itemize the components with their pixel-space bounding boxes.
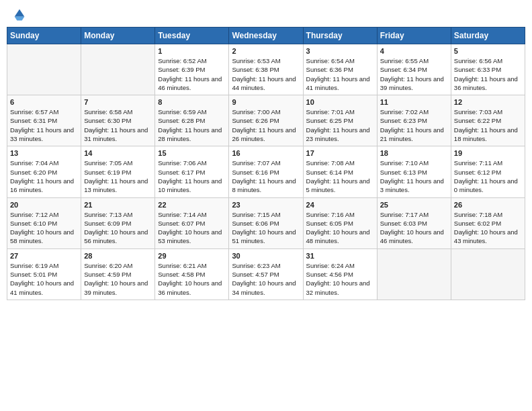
cell-content: Sunrise: 6:19 AM Sunset: 5:01 PM Dayligh… — [10, 261, 78, 297]
calendar-cell: 16Sunrise: 7:07 AM Sunset: 6:16 PM Dayli… — [229, 146, 303, 197]
cell-content: Sunrise: 7:10 AM Sunset: 6:13 PM Dayligh… — [380, 158, 448, 194]
calendar-cell — [451, 248, 525, 300]
calendar-cell: 15Sunrise: 7:06 AM Sunset: 6:17 PM Dayli… — [155, 146, 229, 197]
calendar-cell: 31Sunrise: 6:24 AM Sunset: 4:56 PM Dayli… — [303, 248, 377, 300]
day-number: 28 — [84, 252, 152, 260]
cell-content: Sunrise: 6:59 AM Sunset: 6:28 PM Dayligh… — [158, 107, 226, 143]
calendar-cell: 24Sunrise: 7:16 AM Sunset: 6:05 PM Dayli… — [303, 197, 377, 248]
calendar-cell: 27Sunrise: 6:19 AM Sunset: 5:01 PM Dayli… — [7, 248, 81, 300]
day-number: 8 — [158, 98, 226, 106]
cell-content: Sunrise: 7:00 AM Sunset: 6:26 PM Dayligh… — [232, 107, 300, 143]
cell-content: Sunrise: 6:53 AM Sunset: 6:38 PM Dayligh… — [232, 56, 300, 92]
cell-content: Sunrise: 7:08 AM Sunset: 6:14 PM Dayligh… — [306, 158, 374, 194]
day-number: 20 — [10, 201, 78, 209]
day-header-friday: Friday — [377, 28, 451, 44]
cell-content: Sunrise: 6:23 AM Sunset: 4:57 PM Dayligh… — [232, 261, 300, 297]
calendar-cell: 23Sunrise: 7:15 AM Sunset: 6:06 PM Dayli… — [229, 197, 303, 248]
calendar-body: 1Sunrise: 6:52 AM Sunset: 6:39 PM Daylig… — [7, 44, 525, 300]
day-header-sunday: Sunday — [7, 28, 81, 44]
day-number: 27 — [10, 252, 78, 260]
calendar-cell: 13Sunrise: 7:04 AM Sunset: 6:20 PM Dayli… — [7, 146, 81, 197]
calendar-cell — [377, 248, 451, 300]
calendar-cell: 6Sunrise: 6:57 AM Sunset: 6:31 PM Daylig… — [7, 95, 81, 146]
cell-content: Sunrise: 7:04 AM Sunset: 6:20 PM Dayligh… — [10, 158, 78, 194]
calendar-cell: 11Sunrise: 7:02 AM Sunset: 6:23 PM Dayli… — [377, 95, 451, 146]
day-number: 4 — [380, 47, 448, 55]
day-number: 2 — [232, 47, 300, 55]
logo — [9, 7, 27, 21]
day-number: 25 — [380, 201, 448, 209]
calendar-cell — [81, 44, 155, 95]
cell-content: Sunrise: 7:18 AM Sunset: 6:02 PM Dayligh… — [454, 210, 522, 246]
calendar-cell: 14Sunrise: 7:05 AM Sunset: 6:19 PM Dayli… — [81, 146, 155, 197]
calendar-cell: 30Sunrise: 6:23 AM Sunset: 4:57 PM Dayli… — [229, 248, 303, 300]
cell-content: Sunrise: 6:52 AM Sunset: 6:39 PM Dayligh… — [158, 56, 226, 92]
svg-marker-1 — [15, 17, 25, 21]
day-number: 21 — [84, 201, 152, 209]
day-number: 3 — [306, 47, 374, 55]
cell-content: Sunrise: 7:07 AM Sunset: 6:16 PM Dayligh… — [232, 158, 300, 194]
cell-content: Sunrise: 7:03 AM Sunset: 6:22 PM Dayligh… — [454, 107, 522, 143]
calendar-cell: 9Sunrise: 7:00 AM Sunset: 6:26 PM Daylig… — [229, 95, 303, 146]
day-number: 16 — [232, 149, 300, 157]
calendar-cell: 17Sunrise: 7:08 AM Sunset: 6:14 PM Dayli… — [303, 146, 377, 197]
calendar-cell: 3Sunrise: 6:54 AM Sunset: 6:36 PM Daylig… — [303, 44, 377, 95]
calendar-cell: 10Sunrise: 7:01 AM Sunset: 6:25 PM Dayli… — [303, 95, 377, 146]
cell-content: Sunrise: 7:01 AM Sunset: 6:25 PM Dayligh… — [306, 107, 374, 143]
cell-content: Sunrise: 6:57 AM Sunset: 6:31 PM Dayligh… — [10, 107, 78, 143]
day-number: 13 — [10, 149, 78, 157]
day-number: 6 — [10, 98, 78, 106]
calendar-cell: 29Sunrise: 6:21 AM Sunset: 4:58 PM Dayli… — [155, 248, 229, 300]
calendar-cell: 26Sunrise: 7:18 AM Sunset: 6:02 PM Dayli… — [451, 197, 525, 248]
day-number: 31 — [306, 252, 374, 260]
day-number: 7 — [84, 98, 152, 106]
calendar-cell: 21Sunrise: 7:13 AM Sunset: 6:09 PM Dayli… — [81, 197, 155, 248]
day-header-wednesday: Wednesday — [229, 28, 303, 44]
cell-content: Sunrise: 7:17 AM Sunset: 6:03 PM Dayligh… — [380, 210, 448, 246]
day-number: 19 — [454, 149, 522, 157]
calendar-week-row: 1Sunrise: 6:52 AM Sunset: 6:39 PM Daylig… — [7, 44, 525, 95]
cell-content: Sunrise: 6:56 AM Sunset: 6:33 PM Dayligh… — [454, 56, 522, 92]
day-number: 12 — [454, 98, 522, 106]
day-number: 1 — [158, 47, 226, 55]
day-number: 10 — [306, 98, 374, 106]
calendar-week-row: 27Sunrise: 6:19 AM Sunset: 5:01 PM Dayli… — [7, 248, 525, 300]
calendar-week-row: 13Sunrise: 7:04 AM Sunset: 6:20 PM Dayli… — [7, 146, 525, 197]
calendar-cell: 1Sunrise: 6:52 AM Sunset: 6:39 PM Daylig… — [155, 44, 229, 95]
cell-content: Sunrise: 6:24 AM Sunset: 4:56 PM Dayligh… — [306, 261, 374, 297]
day-number: 24 — [306, 201, 374, 209]
calendar-cell: 4Sunrise: 6:55 AM Sunset: 6:34 PM Daylig… — [377, 44, 451, 95]
day-number: 18 — [380, 149, 448, 157]
cell-content: Sunrise: 6:58 AM Sunset: 6:30 PM Dayligh… — [84, 107, 152, 143]
day-number: 30 — [232, 252, 300, 260]
calendar-cell: 19Sunrise: 7:11 AM Sunset: 6:12 PM Dayli… — [451, 146, 525, 197]
day-number: 14 — [84, 149, 152, 157]
day-number: 9 — [232, 98, 300, 106]
cell-content: Sunrise: 6:20 AM Sunset: 4:59 PM Dayligh… — [84, 261, 152, 297]
calendar-week-row: 20Sunrise: 7:12 AM Sunset: 6:10 PM Dayli… — [7, 197, 525, 248]
day-number: 26 — [454, 201, 522, 209]
cell-content: Sunrise: 7:11 AM Sunset: 6:12 PM Dayligh… — [454, 158, 522, 194]
svg-marker-0 — [15, 9, 25, 17]
day-header-monday: Monday — [81, 28, 155, 44]
day-number: 15 — [158, 149, 226, 157]
day-number: 11 — [380, 98, 448, 106]
logo-icon — [12, 7, 27, 21]
day-number: 23 — [232, 201, 300, 209]
day-number: 17 — [306, 149, 374, 157]
cell-content: Sunrise: 7:14 AM Sunset: 6:07 PM Dayligh… — [158, 210, 226, 246]
page-header — [7, 7, 525, 21]
calendar-table: SundayMondayTuesdayWednesdayThursdayFrid… — [7, 27, 525, 300]
cell-content: Sunrise: 7:02 AM Sunset: 6:23 PM Dayligh… — [380, 107, 448, 143]
cell-content: Sunrise: 7:13 AM Sunset: 6:09 PM Dayligh… — [84, 210, 152, 246]
calendar-week-row: 6Sunrise: 6:57 AM Sunset: 6:31 PM Daylig… — [7, 95, 525, 146]
cell-content: Sunrise: 6:54 AM Sunset: 6:36 PM Dayligh… — [306, 56, 374, 92]
calendar-cell — [7, 44, 81, 95]
calendar-cell: 25Sunrise: 7:17 AM Sunset: 6:03 PM Dayli… — [377, 197, 451, 248]
cell-content: Sunrise: 7:15 AM Sunset: 6:06 PM Dayligh… — [232, 210, 300, 246]
cell-content: Sunrise: 7:05 AM Sunset: 6:19 PM Dayligh… — [84, 158, 152, 194]
day-header-saturday: Saturday — [451, 28, 525, 44]
day-header-thursday: Thursday — [303, 28, 377, 44]
calendar-cell: 20Sunrise: 7:12 AM Sunset: 6:10 PM Dayli… — [7, 197, 81, 248]
calendar-cell: 8Sunrise: 6:59 AM Sunset: 6:28 PM Daylig… — [155, 95, 229, 146]
